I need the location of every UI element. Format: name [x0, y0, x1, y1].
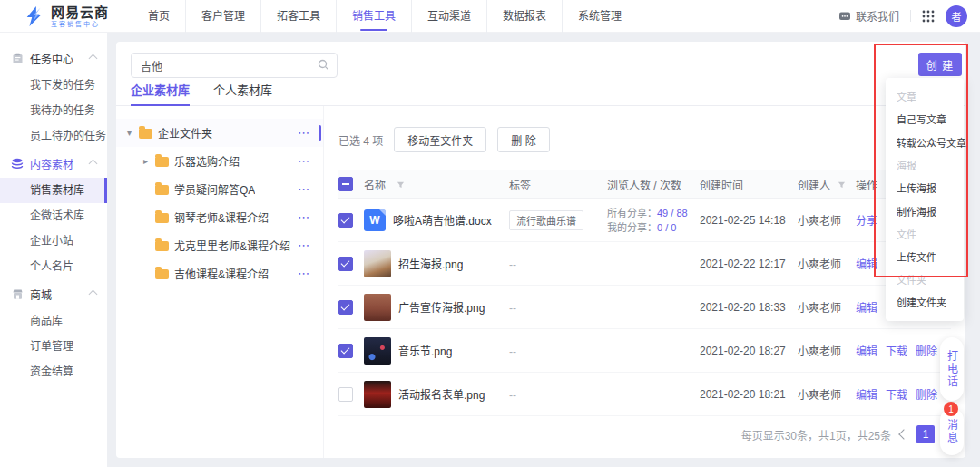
more-actions-icon[interactable]: ⋯	[298, 238, 310, 252]
row-checkbox[interactable]	[338, 300, 353, 315]
top-nav-item[interactable]: 销售工具	[336, 0, 411, 33]
row-action-link[interactable]: 删除	[916, 345, 937, 358]
sidebar-item[interactable]: 我待办的任务	[0, 98, 107, 123]
prev-page-button[interactable]	[898, 429, 908, 439]
chat-icon	[838, 10, 851, 23]
sidebar-item[interactable]: 资金结算	[0, 359, 107, 384]
row-action-link[interactable]: 下载	[886, 345, 907, 358]
action-bar: 已选 4 项 移动至文件夹 删 除	[338, 126, 951, 153]
created-time: 2021-02-22 12:17	[700, 258, 798, 270]
row-action-link[interactable]: 编辑	[856, 302, 877, 315]
tag-empty: --	[509, 302, 516, 315]
delete-button[interactable]: 删 除	[497, 127, 549, 152]
sidebar-item[interactable]: 销售素材库	[0, 178, 107, 203]
row-checkbox[interactable]	[338, 344, 353, 358]
active-indicator	[318, 125, 321, 141]
sidebar-group[interactable]: 商城	[0, 279, 107, 308]
top-nav-item[interactable]: 拓客工具	[260, 0, 336, 33]
row-checkbox[interactable]	[338, 213, 353, 228]
top-nav-item[interactable]: 首页	[132, 0, 185, 33]
sidebar-group[interactable]: 任务中心	[0, 44, 107, 73]
more-actions-icon[interactable]: ⋯	[298, 182, 310, 196]
top-nav-item[interactable]: 客户管理	[185, 0, 260, 33]
message-badge: 1	[944, 402, 958, 416]
tree-folder-item[interactable]: 吉他课程&课程介绍⋯	[116, 259, 323, 287]
row-action-link[interactable]: 编辑	[856, 345, 877, 358]
creator-name: 小爽老师	[798, 299, 856, 315]
menu-item[interactable]: 上传海报	[886, 176, 964, 199]
file-name: 哆啦A萌吉他谱.docx	[393, 212, 492, 228]
content-icon	[11, 157, 24, 170]
menu-group-label: 文件	[886, 223, 964, 245]
message-widget[interactable]: 1 消息	[940, 408, 964, 455]
sidebar-item[interactable]: 我下发的任务	[0, 73, 107, 98]
sidebar-item[interactable]: 企业小站	[0, 229, 107, 254]
sidebar-item[interactable]: 个人名片	[0, 254, 107, 279]
contact-us-button[interactable]: 联系我们	[838, 8, 899, 24]
contact-label: 联系我们	[856, 8, 899, 24]
folder-icon	[155, 213, 169, 223]
more-actions-icon[interactable]: ⋯	[298, 210, 310, 224]
row-action-link[interactable]: 编辑	[856, 258, 877, 271]
tree-folder-item[interactable]: 学员疑问解答QA⋯	[116, 175, 323, 203]
created-time: 2021-02-20 18:21	[700, 388, 798, 401]
logo-icon	[24, 5, 45, 27]
creator-name: 小爽老师	[798, 212, 856, 228]
tree-folder-item[interactable]: 钢琴老师&课程介绍⋯	[116, 203, 323, 231]
menu-item[interactable]: 上传文件	[886, 245, 964, 268]
more-actions-icon[interactable]: ⋯	[298, 267, 310, 280]
row-action-link[interactable]: 编辑	[856, 389, 877, 402]
created-time: 2021-02-20 18:33	[700, 301, 798, 314]
move-to-folder-button[interactable]: 移动至文件夹	[394, 127, 486, 152]
row-action-link[interactable]: 删除	[916, 389, 937, 402]
library-tab[interactable]: 企业素材库	[131, 83, 190, 106]
sidebar-item[interactable]: 订单管理	[0, 334, 107, 359]
logo-title: 网易云商	[51, 5, 109, 19]
main-area: 创 建 企业素材库个人素材库 ▾企业文件夹⋯▸乐器选购介绍⋯学员疑问解答QA⋯钢…	[107, 33, 980, 467]
topbar-divider	[910, 10, 911, 22]
folder-icon	[155, 185, 169, 195]
sidebar-item[interactable]: 企微话术库	[0, 203, 107, 229]
tree-folder-item[interactable]: 尤克里里老师&课程介绍⋯	[116, 231, 323, 259]
tree-root-item[interactable]: ▾企业文件夹⋯	[116, 119, 323, 147]
create-button[interactable]: 创 建	[918, 53, 962, 76]
sidebar-item[interactable]: 员工待办的任务	[0, 123, 107, 149]
menu-item[interactable]: 创建文件夹	[886, 290, 964, 314]
top-nav-item[interactable]: 数据报表	[486, 0, 562, 33]
topbar: 网易云商 互客销售中心 首页客户管理拓客工具销售工具互动渠道数据报表系统管理 联…	[0, 0, 980, 33]
current-page[interactable]: 1	[916, 425, 935, 443]
creator-name: 小爽老师	[798, 386, 856, 402]
call-widget[interactable]: 打电话	[940, 337, 964, 401]
avatar[interactable]: 者	[946, 5, 967, 27]
row-action-link[interactable]: 下载	[886, 389, 907, 402]
top-nav-item[interactable]: 互动渠道	[411, 0, 486, 33]
search-input[interactable]	[131, 53, 338, 78]
topbar-right: 联系我们 者	[838, 5, 971, 27]
menu-item[interactable]: 制作海报	[886, 199, 964, 223]
row-action-link[interactable]: 分享	[856, 215, 877, 228]
row-checkbox[interactable]	[338, 387, 353, 402]
sidebar-item[interactable]: 商品库	[0, 308, 107, 334]
selected-count: 已选 4 项	[338, 132, 383, 148]
menu-item[interactable]: 自己写文章	[886, 107, 964, 131]
top-nav-item[interactable]: 系统管理	[562, 0, 637, 33]
menu-item[interactable]: 转载公众号文章	[886, 131, 964, 154]
collapse-caret-icon	[89, 289, 98, 298]
tag-empty: --	[509, 258, 516, 271]
table-row: 音乐节.png--2021-02-20 18:27小爽老师编辑下载删除	[338, 329, 951, 373]
pagination-summary: 每页显示30条，共1页，共25条	[741, 427, 891, 443]
row-checkbox[interactable]	[338, 257, 353, 271]
select-all-checkbox[interactable]	[338, 177, 353, 191]
table-header: 名称标签浏览人数 / 次数创建时间创建人操作	[338, 170, 951, 199]
folder-tree: ▾企业文件夹⋯▸乐器选购介绍⋯学员疑问解答QA⋯钢琴老师&课程介绍⋯尤克里里老师…	[116, 106, 323, 458]
library-tab[interactable]: 个人素材库	[213, 83, 272, 106]
sidebar-group[interactable]: 内容素材	[0, 149, 107, 178]
more-actions-icon[interactable]: ⋯	[298, 154, 310, 168]
table-row: 广告宣传海报.png--2021-02-20 18:33小爽老师编辑下载删除	[338, 286, 951, 329]
more-actions-icon[interactable]: ⋯	[298, 126, 310, 140]
apps-grid-icon[interactable]	[922, 10, 935, 23]
tag-chip: 流行歌曲乐谱	[509, 210, 583, 230]
logo-subtitle: 互客销售中心	[51, 21, 109, 27]
tree-folder-item[interactable]: ▸乐器选购介绍⋯	[116, 147, 323, 175]
menu-group-label: 文件夹	[886, 268, 964, 290]
